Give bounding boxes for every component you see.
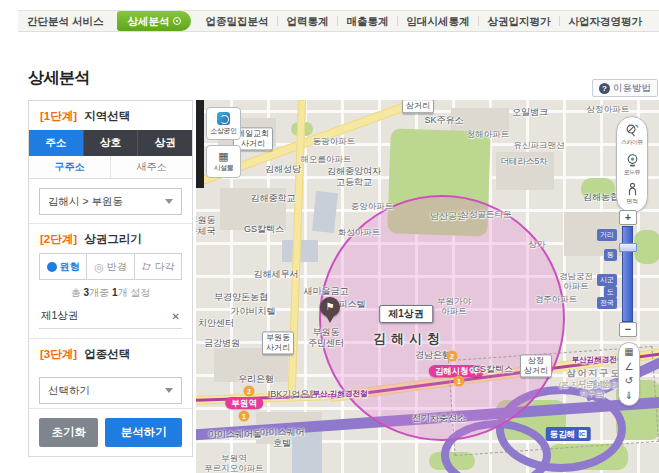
map-label: 우리은행 — [238, 374, 274, 385]
tab-address[interactable]: 주소 — [29, 130, 83, 156]
map-label: GS칼텍스 — [244, 224, 284, 235]
map-label: 전기차충전소 — [412, 413, 466, 424]
nav-item[interactable]: 상권입지평가 — [478, 11, 559, 31]
map-label: IBK기업은행 — [268, 389, 319, 400]
analysis-panel: [1단계] 지역선택 주소 상호 상권 구주소 새주소 김해시 > 부원동 [2… — [28, 100, 193, 457]
map-label: 더테라스5차 — [500, 156, 547, 166]
map-label: 치안센터 — [198, 318, 234, 329]
map-label: 삼정아파트 — [587, 104, 630, 114]
subtab-old-address[interactable]: 구주소 — [29, 156, 110, 178]
map-label: 부원가야 아파트 — [437, 296, 471, 316]
tab-store-name[interactable]: 상호 — [83, 130, 138, 156]
nav-item[interactable]: 간단분석 서비스 — [18, 11, 112, 31]
map-label: 청해아파트 — [467, 129, 510, 139]
zoom-level-tag[interactable]: 전국 — [597, 297, 617, 309]
reset-view-icon[interactable]: ↺ — [625, 376, 633, 386]
nav-item[interactable]: 업력통계 — [277, 11, 337, 31]
circle-icon — [47, 262, 57, 272]
zoom-level-tag[interactable]: 동 — [604, 249, 617, 261]
area-count-text: 총 3개중 1개 설정 — [29, 286, 192, 300]
nav-item-label: 간단분석 서비스 — [27, 15, 103, 27]
step3-tag: [3단계] — [40, 348, 77, 360]
map-label: 경주아파트 — [535, 294, 578, 304]
map-label: 부원동 사거리 — [262, 331, 294, 354]
mode-polygon[interactable]: 다각 — [134, 254, 181, 279]
remove-area-icon[interactable]: ✕ — [172, 311, 180, 322]
map-labels: 삼거리SK주유소오일뱅크삼정아파트제일교회 사거리동광아파트청해아파트유신파크맨… — [196, 100, 659, 473]
nav-items: 간단분석 서비스상세분석업종밀집분석업력통계매출통계임대시세통계상권입지평가사업… — [18, 11, 659, 31]
map-label: 부산-김해경전철 — [313, 389, 368, 398]
region-select[interactable]: 김해시 > 부원동 — [39, 188, 182, 215]
mode-circle[interactable]: 원형 — [40, 254, 86, 279]
nav-item[interactable]: 매출통계 — [337, 11, 397, 31]
nav-item-label: 사업자경영평가 — [568, 15, 642, 27]
top-nav: 간단분석 서비스상세분석업종밀집분석업력통계매출통계임대시세통계상권입지평가사업… — [18, 10, 659, 32]
trade-area-row: 제1상권 ✕ — [39, 304, 182, 329]
industry-select[interactable]: 선택하기 — [39, 377, 182, 404]
skyview-icon — [625, 123, 640, 138]
collapsed-panel-strip — [196, 100, 204, 188]
nav-item[interactable]: 사업자경영평가 — [559, 11, 651, 31]
nav-item-label: 업력통계 — [286, 15, 328, 27]
question-icon: ? — [599, 83, 610, 94]
zoom-level-tag[interactable]: 거리 — [597, 229, 617, 241]
help-button-label: 이용방법 — [613, 82, 651, 95]
analyze-button[interactable]: 분석하기 — [105, 418, 182, 447]
subtab-new-address[interactable]: 새주소 — [110, 156, 192, 178]
facilities-layer-button[interactable]: ▦ 시설물 — [206, 145, 241, 178]
skyview-button[interactable]: 스카이뷰 — [620, 123, 644, 147]
step2-section: [2단계] 상권그리기 원형 ◎ 반경 — [29, 223, 192, 329]
step1-tag: [1단계] — [40, 110, 77, 122]
map-label: 2 — [447, 351, 458, 362]
reset-button[interactable]: 초기화 — [39, 418, 98, 447]
map-label: 김해세무서 — [254, 269, 299, 280]
roadview-button[interactable]: 로드뷰 — [623, 153, 641, 177]
map-label: GS칼텍스 — [473, 364, 513, 375]
nav-item-label: 상권입지평가 — [487, 15, 550, 27]
mode-radius[interactable]: ◎ 반경 — [86, 254, 133, 279]
step3-title: 업종선택 — [84, 348, 130, 360]
map-label: 삼거리 — [402, 100, 434, 113]
tab-trade-area[interactable]: 상권 — [137, 130, 192, 156]
small-business-layer-button[interactable]: 소상공인 — [206, 107, 241, 140]
download-map-icon[interactable]: ⇓ — [625, 391, 633, 401]
map-view-tools: 스카이뷰 로드뷰 면적 — [616, 116, 648, 213]
step2-title: 상권그리기 — [84, 233, 142, 245]
map-canvas[interactable]: 삼거리SK주유소오일뱅크삼정아파트제일교회 사거리동광아파트청해아파트유신파크맨… — [196, 100, 659, 473]
facilities-label: 시설물 — [214, 163, 234, 173]
area-measure-button[interactable]: 면적 — [625, 182, 640, 206]
station-badge: 부원역 — [225, 397, 263, 409]
zoom-level-tag[interactable]: 시군 — [597, 274, 617, 286]
cadastral-map-icon[interactable]: ▦ — [624, 347, 633, 357]
small-business-icon — [217, 112, 230, 125]
zoom-slider-handle[interactable] — [619, 243, 637, 252]
zoom-out-button[interactable]: − — [619, 322, 637, 337]
trade-area-name: 제1상권 — [41, 309, 78, 323]
mode-polygon-label: 다각 — [155, 260, 175, 274]
map-label: 새마을금고 — [304, 286, 349, 297]
nav-item[interactable]: 임대시세통계 — [397, 11, 478, 31]
person-icon — [625, 182, 640, 197]
chevron-down-icon — [165, 388, 173, 397]
map-label: 아이스퀘어몰 — [208, 429, 262, 440]
nav-item[interactable]: 업종밀집분석 — [196, 11, 277, 31]
map-label: 아이스퀘어 호텔 — [260, 427, 305, 449]
highway-badge: 동김해IC — [546, 427, 591, 441]
zoom-slider[interactable] — [622, 226, 633, 322]
address-subtabs: 구주소 새주소 — [29, 156, 192, 179]
region-select-value: 김해시 > 부원동 — [48, 195, 123, 209]
selected-location-pin[interactable]: ⚑ — [320, 297, 340, 317]
map-label: 삼정 삼거리 — [520, 354, 552, 377]
facilities-icon: ▦ — [218, 150, 228, 162]
help-button[interactable]: ? 이용방법 — [592, 79, 658, 97]
map-label: 상가 — [529, 239, 546, 249]
roadview-label: 로드뷰 — [624, 168, 640, 176]
distance-measure-icon[interactable]: ∠ — [625, 362, 634, 372]
step2-header: [2단계] 상권그리기 — [29, 224, 192, 253]
step1-header: [1단계] 지역선택 — [29, 101, 192, 130]
trade-area-label: 제1상권 — [379, 305, 433, 323]
nav-item[interactable]: 상세분석 — [117, 11, 191, 31]
zoom-in-button[interactable]: + — [619, 210, 637, 225]
map-label: 가야비치텔 — [231, 306, 276, 317]
radius-icon: ◎ — [94, 262, 104, 272]
